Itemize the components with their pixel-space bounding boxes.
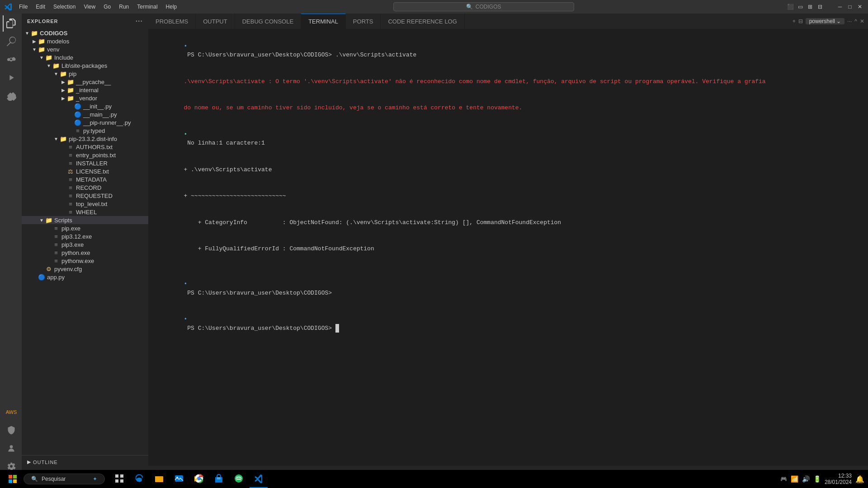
tab-coderef[interactable]: CODE REFERENCE LOG [381,14,464,29]
tab-output[interactable]: OUTPUT [196,14,235,29]
pip-exe-label: pip.exe [61,225,80,232]
tree-item-lib[interactable]: ▼ 📁 Lib\site-packages [22,61,148,70]
svg-rect-11 [155,476,159,478]
search-bar[interactable]: 🔍 CODIGOS [393,2,574,11]
taskbar-search[interactable]: 🔍 Pesquisar ✦ [24,474,105,484]
taskbar-vscode[interactable] [250,470,268,488]
split-btn[interactable]: ⊞ [807,3,814,10]
term-info-1: No linha:1 caractere:1 [184,140,264,146]
taskbar-start-btn[interactable] [4,470,22,488]
restore-btn[interactable]: □ [846,3,854,10]
taskbar-time[interactable]: 12:33 28/01/2024 [825,473,852,485]
taskbar-notification-icon[interactable]: 🔔 [855,475,864,483]
tree-item-include[interactable]: ▼ 📁 Include [22,53,148,61]
tree-item-pip3-exe[interactable]: ▶ ≡ pip3.exe [22,240,148,249]
layout-btn2[interactable]: ▭ [797,3,804,10]
menu-view[interactable]: View [80,3,99,11]
tree-item-pyvenv-cfg[interactable]: ▶ ⚙ pyvenv.cfg [22,265,148,273]
activity-explorer[interactable] [3,15,19,32]
taskbar-edge[interactable] [130,470,148,488]
tree-item-record[interactable]: ▶ ≡ RECORD [22,183,148,192]
taskbar-task-view[interactable] [110,470,128,488]
tree-item-pycache[interactable]: ▶ 📁 __pycache__ [22,78,148,86]
tree-item-init-py[interactable]: ▶ 🔵 __init__.py [22,102,148,110]
activity-search[interactable] [3,33,19,50]
term-line-info-2: + .\venv\Scripts\activate [156,156,861,183]
tab-debug-label: DEBUG CONSOLE [242,18,293,25]
main-py-label: __main__.py [83,111,117,118]
tree-item-pip-runner-py[interactable]: ▶ 🔵 __pip-runner__.py [22,118,148,127]
menu-selection[interactable]: Selection [50,3,79,11]
svg-rect-6 [120,474,123,478]
tree-item-toplevel[interactable]: ▶ ≡ top_level.txt [22,200,148,208]
title-bar: File Edit Selection View Go Run Terminal… [0,0,868,14]
tree-item-main-py[interactable]: ▶ 🔵 __main__.py [22,110,148,118]
tree-item-entry[interactable]: ▶ ≡ entry_points.txt [22,151,148,159]
tree-item-pip-exe[interactable]: ▶ ≡ pip.exe [22,224,148,232]
tab-debug-console[interactable]: DEBUG CONSOLE [235,14,301,29]
sidebar-more-btn[interactable]: ··· [136,17,143,25]
taskbar-chrome[interactable] [190,470,208,488]
tree-item-authors[interactable]: ▶ ≡ AUTHORS.txt [22,143,148,151]
tab-ports[interactable]: PORTS [346,14,381,29]
toplevel-label: top_level.txt [76,201,107,207]
tab-problems[interactable]: PROBLEMS [148,14,196,29]
tree-item-py-typed[interactable]: ▶ ≡ py.typed [22,127,148,135]
activity-git[interactable] [3,52,19,68]
menu-terminal[interactable]: Terminal [133,3,161,11]
activity-run[interactable] [3,70,19,86]
menu-help[interactable]: Help [162,3,181,11]
taskbar-photos[interactable] [170,470,188,488]
activity-extensions[interactable] [3,88,19,104]
tree-item-metadata[interactable]: ▶ ≡ METADATA [22,175,148,183]
python-exe-label: python.exe [61,249,90,256]
close-btn[interactable]: ✕ [856,3,863,10]
terminal-shell-selector[interactable]: powershell ⌄ [806,18,845,24]
tree-item-installer[interactable]: ▶ ≡ INSTALLER [22,159,148,167]
tree-item-pip312-exe[interactable]: ▶ ≡ pip3.12.exe [22,232,148,240]
taskbar-file-explorer[interactable] [150,470,168,488]
tree-item-requested[interactable]: ▶ ≡ REQUESTED [22,192,148,200]
activity-shield[interactable] [3,422,19,438]
tree-item-modelos[interactable]: ▶ 📁 modelos [22,37,148,45]
menu-edit[interactable]: Edit [32,3,49,11]
tree-item-pip-dist[interactable]: ▼ 📁 pip-23.3.2.dist-info [22,135,148,143]
pip-dist-folder-icon: 📁 [60,135,67,142]
layout-btn[interactable]: ⬛ [787,3,794,10]
terminal-add-btn[interactable]: + [793,18,796,24]
tree-item-scripts[interactable]: ▼ 📁 Scripts [22,216,148,224]
tree-item-license[interactable]: ▶ ⚖ LICENSE.txt [22,167,148,175]
term-line-error-1: .\venv\Scripts\activate : O termo '.\ven… [156,68,861,95]
terminal-close-btn[interactable]: ✕ [860,18,864,24]
taskbar-store[interactable] [210,470,228,488]
menu-go[interactable]: Go [100,3,114,11]
menu-file[interactable]: File [15,3,31,11]
tree-item-internal[interactable]: ▶ 📁 _internal [22,86,148,94]
tree-item-pip[interactable]: ▼ 📁 pip [22,70,148,78]
tree-item-venv[interactable]: ▼ 📁 venv [22,45,148,53]
pip-runner-icon: 🔵 [74,119,81,126]
terminal-more-btn[interactable]: ··· [847,18,852,24]
term-prompt-1: PS C:\Users\bravura_user\Desktop\CODIGOS… [184,52,416,58]
authors-icon: ≡ [67,143,74,150]
outline-section[interactable]: ▶ OUTLINE [22,457,148,467]
menu-run[interactable]: Run [115,3,132,11]
terminal-content[interactable]: • PS C:\Users\bravura_user\Desktop\CODIG… [148,29,868,465]
pip-runner-label: __pip-runner__.py [83,119,131,126]
tree-item-vendor[interactable]: ▶ 📁 _vendor [22,94,148,102]
taskbar-spotify[interactable] [230,470,248,488]
grid-btn[interactable]: ⊟ [816,3,824,10]
tree-item-app-py[interactable]: ▶ 🔵 app.py [22,273,148,281]
activity-account[interactable] [3,440,19,456]
tab-terminal-label: TERMINAL [308,18,338,25]
terminal-expand-btn[interactable]: ^ [854,18,857,24]
minimize-btn[interactable]: ─ [836,3,844,10]
activity-aws[interactable]: AWS [3,404,19,420]
tab-terminal[interactable]: TERMINAL [301,14,346,29]
tree-item-pythonw-exe[interactable]: ▶ ≡ pythonw.exe [22,257,148,265]
tree-item-wheel[interactable]: ▶ ≡ WHEEL [22,208,148,216]
tree-root-codigos[interactable]: ▼ 📁 CODIGOS [22,29,148,37]
vendor-folder-icon: 📁 [67,94,74,102]
tree-item-python-exe[interactable]: ▶ ≡ python.exe [22,249,148,257]
terminal-split-btn[interactable]: ⊟ [798,18,803,24]
